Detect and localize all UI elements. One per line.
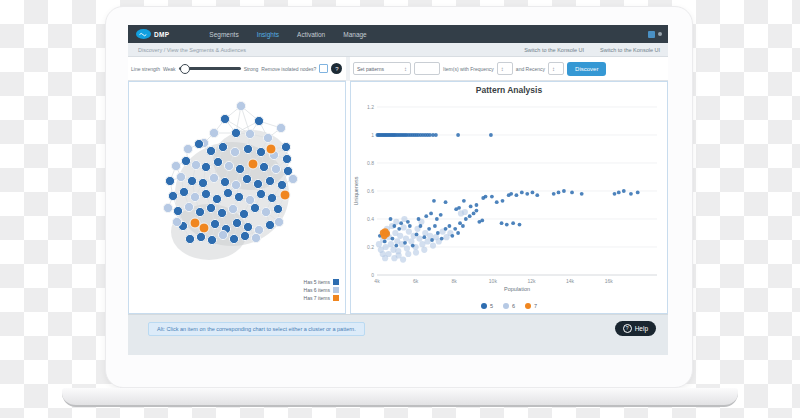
scatter-point[interactable] — [439, 213, 443, 217]
scatter-point[interactable] — [552, 192, 556, 196]
network-node[interactable] — [231, 180, 240, 189]
scatter-point[interactable] — [501, 199, 505, 203]
network-node[interactable] — [236, 101, 245, 110]
switch-ui-link-2[interactable]: Switch to the Konsole UI — [600, 47, 660, 53]
network-node[interactable] — [224, 161, 233, 170]
network-node[interactable] — [261, 207, 270, 216]
scatter-point[interactable] — [388, 241, 394, 247]
scatter-point[interactable] — [383, 230, 390, 237]
network-node[interactable] — [267, 193, 276, 202]
scatter-point[interactable] — [444, 227, 448, 231]
network-node[interactable] — [253, 179, 262, 188]
network-node[interactable] — [243, 222, 252, 231]
scatter-point[interactable] — [570, 191, 574, 195]
scatter-point[interactable] — [391, 237, 395, 241]
scatter-point[interactable] — [580, 192, 584, 196]
network-node[interactable] — [277, 180, 286, 189]
legend-item[interactable]: 6 — [503, 303, 515, 309]
network-node[interactable] — [282, 154, 291, 163]
network-node[interactable] — [220, 177, 229, 186]
scatter-point[interactable] — [518, 223, 522, 227]
scatter-point[interactable] — [383, 240, 387, 244]
network-node[interactable] — [265, 220, 274, 229]
scatter-point[interactable] — [469, 205, 473, 209]
network-node[interactable] — [263, 133, 272, 142]
scatter-point[interactable] — [515, 193, 519, 197]
scatter-point[interactable] — [383, 244, 389, 250]
scatter-point[interactable] — [450, 234, 454, 238]
network-node[interactable] — [163, 203, 172, 212]
scatter-point[interactable] — [433, 224, 437, 228]
network-node[interactable] — [242, 174, 251, 183]
scatter-point[interactable] — [419, 224, 423, 228]
breadcrumb[interactable]: Discovery / View the Segments & Audience… — [138, 47, 246, 53]
toolbar-help-button[interactable]: ? — [331, 63, 342, 74]
set-patterns-select[interactable]: Set patterns ↕ — [353, 62, 411, 75]
scatter-point[interactable] — [403, 236, 409, 242]
remove-isolated-checkbox[interactable] — [319, 64, 328, 73]
scatter-point[interactable] — [457, 206, 461, 210]
recency-select[interactable]: ↕ — [548, 62, 564, 75]
network-node[interactable] — [165, 176, 174, 185]
line-strength-slider[interactable] — [179, 67, 241, 70]
network-node[interactable] — [220, 114, 229, 123]
network-node[interactable] — [172, 217, 181, 226]
network-node[interactable] — [234, 192, 243, 201]
network-node[interactable] — [254, 116, 263, 125]
scatter-point[interactable] — [520, 191, 524, 195]
pattern-analysis-chart[interactable]: 00.20.40.60.811.24k6k8k10k12k14k16kPopul… — [351, 95, 667, 299]
network-node[interactable] — [195, 207, 204, 216]
scatter-point[interactable] — [430, 243, 436, 249]
network-node[interactable] — [271, 164, 280, 173]
network-node[interactable] — [259, 162, 268, 171]
scatter-point[interactable] — [392, 224, 396, 228]
scatter-point[interactable] — [416, 236, 422, 242]
scatter-point[interactable] — [480, 219, 484, 223]
network-node[interactable] — [231, 128, 240, 137]
network-node[interactable] — [176, 172, 185, 181]
frequency-select[interactable]: ↕ — [497, 62, 513, 75]
legend-item[interactable]: 7 — [525, 303, 537, 309]
network-node[interactable] — [218, 230, 227, 239]
network-node[interactable] — [213, 157, 222, 166]
scatter-point[interactable] — [399, 221, 403, 225]
network-node[interactable] — [201, 189, 210, 198]
network-node[interactable] — [209, 128, 218, 137]
scatter-point[interactable] — [462, 209, 468, 215]
scatter-point[interactable] — [404, 245, 410, 251]
user-avatar[interactable] — [658, 32, 662, 36]
scatter-point[interactable] — [400, 257, 406, 263]
scatter-point[interactable] — [430, 238, 434, 242]
scatter-point[interactable] — [495, 200, 499, 204]
scatter-point[interactable] — [408, 238, 414, 244]
network-node[interactable] — [230, 147, 239, 156]
scatter-point[interactable] — [405, 251, 411, 257]
scatter-point[interactable] — [475, 203, 479, 207]
network-node[interactable] — [173, 206, 182, 215]
network-node[interactable] — [235, 164, 244, 173]
nav-item-activation[interactable]: Activation — [297, 31, 325, 38]
network-node[interactable] — [185, 234, 194, 243]
scatter-point[interactable] — [500, 221, 504, 225]
network-node[interactable] — [228, 204, 237, 213]
scatter-point[interactable] — [562, 189, 566, 193]
network-node[interactable] — [184, 202, 193, 211]
network-node[interactable] — [240, 231, 249, 240]
scatter-point[interactable] — [397, 233, 403, 239]
scatter-point[interactable] — [622, 189, 626, 193]
scatter-point[interactable] — [462, 199, 466, 203]
network-node[interactable] — [256, 147, 265, 156]
scatter-point[interactable] — [617, 191, 621, 195]
discover-button[interactable]: Discover — [567, 62, 606, 76]
network-node[interactable] — [198, 178, 207, 187]
legend-item[interactable]: 5 — [481, 303, 493, 309]
scatter-point[interactable] — [444, 200, 448, 204]
scatter-point[interactable] — [419, 241, 425, 247]
scatter-point[interactable] — [432, 199, 436, 203]
network-node[interactable] — [181, 156, 190, 165]
network-node[interactable] — [243, 144, 252, 153]
help-button[interactable]: ? Help — [615, 321, 656, 336]
scatter-point[interactable] — [382, 255, 388, 261]
scatter-point[interactable] — [525, 192, 529, 196]
slider-thumb[interactable] — [180, 64, 190, 74]
